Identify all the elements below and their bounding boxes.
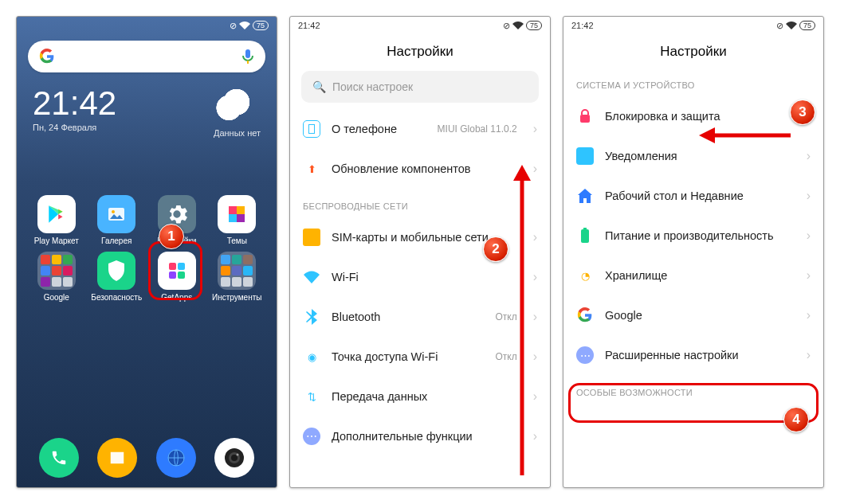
item-desktop[interactable]: Рабочий стол и Недавние › <box>563 176 823 216</box>
svg-rect-0 <box>245 49 250 58</box>
app-play-market[interactable]: Play Маркет <box>28 195 85 245</box>
phone-home: ⊘ 75 21:42 Пн, 24 Февраля Данных нет Pla… <box>16 16 277 488</box>
svg-point-3 <box>112 210 115 213</box>
chevron-right-icon: › <box>533 122 537 136</box>
settings-search-input[interactable]: 🔍 Поиск настроек <box>301 71 539 103</box>
chevron-right-icon: › <box>807 149 811 163</box>
page-title: Настройки <box>290 34 550 68</box>
clock-weather-widget[interactable]: 21:42 Пн, 24 Февраля Данных нет <box>17 79 277 146</box>
mic-icon[interactable] <box>241 49 254 64</box>
app-grid: Play Маркет Галерея Настройки Темы Googl… <box>17 189 277 308</box>
app-folder-google[interactable]: Google <box>28 252 85 302</box>
clock-time: 21:42 <box>33 87 116 120</box>
item-storage[interactable]: ◔ Хранилище › <box>563 256 823 295</box>
svg-rect-5 <box>178 263 185 270</box>
weather-text: Данных нет <box>214 128 261 138</box>
svg-rect-6 <box>169 272 176 279</box>
home-icon <box>576 187 594 205</box>
item-advanced[interactable]: ⋯ Расширенные настройки › <box>563 335 823 375</box>
section-special: ОСОБЫЕ ВОЗМОЖНОСТИ <box>563 375 823 404</box>
no-sim-icon: ⊘ <box>776 21 783 31</box>
svg-rect-17 <box>581 229 589 243</box>
wifi-icon <box>303 268 320 286</box>
search-placeholder: Поиск настроек <box>332 80 413 93</box>
battery-icon: 75 <box>526 21 542 30</box>
statusbar: 21:42 ⊘ 75 <box>563 17 823 34</box>
dock-camera[interactable] <box>214 438 254 478</box>
search-icon: 🔍 <box>312 80 326 93</box>
app-getapps[interactable]: GetApps <box>148 252 206 302</box>
battery-icon: 75 <box>253 21 269 30</box>
more-icon: ⋯ <box>303 428 320 445</box>
app-gallery[interactable]: Галерея <box>88 195 146 245</box>
battery-icon: 75 <box>799 21 815 30</box>
svg-marker-20 <box>699 127 715 143</box>
badge-1: 1 <box>159 224 184 249</box>
arrow-left <box>699 123 795 147</box>
wifi-icon <box>239 21 250 29</box>
phone-settings-main: 21:42 ⊘ 75 Настройки 🔍 Поиск настроек О … <box>289 16 551 488</box>
no-sim-icon: ⊘ <box>503 21 510 31</box>
battery-perf-icon <box>576 227 594 244</box>
google-search-bar[interactable] <box>28 41 265 72</box>
item-power[interactable]: Питание и производительность › <box>563 216 823 256</box>
dock-browser[interactable] <box>156 438 196 478</box>
item-google[interactable]: Google › <box>563 295 823 335</box>
dock-messages[interactable] <box>97 438 137 478</box>
hotspot-icon: ◉ <box>303 348 320 365</box>
chevron-right-icon: › <box>807 229 811 243</box>
svg-point-12 <box>231 455 238 461</box>
svg-rect-18 <box>583 228 587 230</box>
statusbar: ⊘ 75 <box>17 17 277 34</box>
google-g-icon <box>576 307 594 324</box>
app-folder-tools[interactable]: Инструменты <box>209 252 266 302</box>
wifi-icon <box>512 21 524 29</box>
arrow-up <box>510 165 534 479</box>
bluetooth-icon <box>303 308 320 326</box>
svg-marker-15 <box>513 165 531 181</box>
chevron-right-icon: › <box>807 268 811 283</box>
section-system: СИСТЕМА И УСТРОЙСТВО <box>563 68 823 96</box>
app-themes[interactable]: Темы <box>209 195 266 245</box>
chevron-right-icon: › <box>807 348 811 362</box>
more-icon: ⋯ <box>576 346 594 364</box>
page-title: Настройки <box>563 34 823 68</box>
item-about-phone[interactable]: О телефоне MIUI Global 11.0.2 › <box>290 109 550 149</box>
dock <box>17 438 277 478</box>
wifi-icon <box>786 21 797 29</box>
svg-rect-16 <box>580 115 590 123</box>
svg-point-13 <box>237 454 239 456</box>
badge-4: 4 <box>783 407 809 432</box>
dock-phone[interactable] <box>39 438 79 478</box>
chevron-right-icon: › <box>807 189 811 203</box>
app-security[interactable]: Безопасность <box>88 252 146 302</box>
svg-rect-4 <box>169 263 176 270</box>
storage-icon: ◔ <box>576 267 594 284</box>
clock-date: Пн, 24 Февраля <box>33 123 116 132</box>
notification-icon <box>576 147 594 165</box>
lock-icon <box>576 107 594 125</box>
google-g-icon <box>39 49 55 64</box>
phone-settings-system: 21:42 ⊘ 75 Настройки СИСТЕМА И УСТРОЙСТВ… <box>563 16 824 488</box>
chevron-right-icon: › <box>807 308 811 322</box>
no-sim-icon: ⊘ <box>230 21 237 31</box>
badge-2: 2 <box>483 236 508 262</box>
data-icon: ⇅ <box>303 388 320 405</box>
svg-rect-7 <box>178 272 185 279</box>
badge-3: 3 <box>790 100 815 125</box>
weather-cloud-icon <box>214 87 252 125</box>
statusbar: 21:42 ⊘ 75 <box>290 17 550 34</box>
